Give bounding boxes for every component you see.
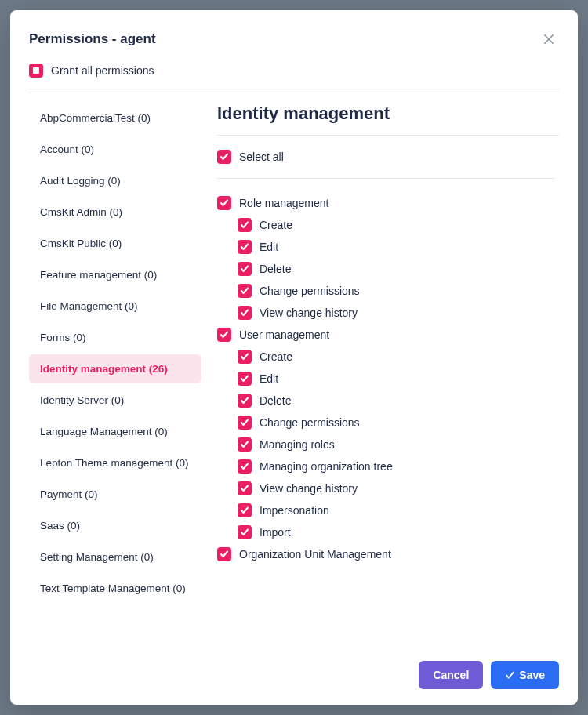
sidebar-item[interactable]: Identity management (26) xyxy=(29,354,201,383)
check-icon xyxy=(240,286,249,296)
sidebar-item[interactable]: Identity Server (0) xyxy=(29,386,201,415)
sidebar-item[interactable]: CmsKit Admin (0) xyxy=(29,198,201,227)
permission-checkbox[interactable] xyxy=(238,416,252,430)
check-icon xyxy=(240,418,249,427)
sidebar-item[interactable]: AbpCommercialTest (0) xyxy=(29,103,201,132)
permission-group-checkbox[interactable] xyxy=(217,547,231,561)
check-icon xyxy=(240,352,249,361)
permission-group-label: User management xyxy=(239,328,329,341)
permission-item: View change history xyxy=(238,481,554,495)
check-icon xyxy=(240,264,249,274)
cancel-button[interactable]: Cancel xyxy=(419,661,483,689)
permission-label: Managing organization tree xyxy=(260,460,393,473)
check-icon xyxy=(220,550,229,559)
check-icon xyxy=(240,308,249,318)
permission-checkbox[interactable] xyxy=(238,481,252,495)
sidebar-item[interactable]: Payment (0) xyxy=(29,480,201,509)
permission-item: Delete xyxy=(238,262,554,276)
permission-group-header: Role management xyxy=(217,196,554,210)
permission-label: Import xyxy=(260,526,291,539)
check-icon xyxy=(240,396,249,405)
permission-group-header: Organization Unit Management xyxy=(217,547,554,561)
permission-item: Create xyxy=(238,218,554,232)
check-icon xyxy=(240,220,249,230)
check-icon xyxy=(240,506,249,515)
cancel-label: Cancel xyxy=(433,669,469,681)
permission-item: Managing organization tree xyxy=(238,459,554,474)
sidebar-item[interactable]: Forms (0) xyxy=(29,323,201,352)
permission-label: View change history xyxy=(260,482,358,495)
permission-checkbox[interactable] xyxy=(238,350,252,364)
check-icon xyxy=(240,462,249,471)
permission-label: Edit xyxy=(260,372,278,385)
modal-header: Permissions - agent xyxy=(29,29,559,64)
sidebar-item[interactable]: Feature management (0) xyxy=(29,260,201,289)
permission-label: Create xyxy=(260,350,292,363)
permission-item: Delete xyxy=(238,394,554,408)
permission-label: View change history xyxy=(260,307,358,319)
permission-item: Change permissions xyxy=(238,284,554,298)
permission-item: Edit xyxy=(238,372,554,386)
check-icon xyxy=(505,670,515,681)
permission-item: Import xyxy=(238,525,554,539)
permission-checkbox[interactable] xyxy=(238,306,252,320)
permission-group-checkbox[interactable] xyxy=(217,328,231,342)
category-sidebar: AbpCommercialTest (0)Account (0)Audit Lo… xyxy=(29,103,201,637)
permission-checkbox[interactable] xyxy=(238,240,252,254)
permission-group: Organization Unit Management xyxy=(217,547,554,561)
permission-label: Change permissions xyxy=(260,285,360,297)
sidebar-item[interactable]: Lepton Theme management (0) xyxy=(29,448,201,477)
permission-item: Edit xyxy=(238,240,554,254)
sidebar-item[interactable]: File Management (0) xyxy=(29,292,201,321)
permission-label: Delete xyxy=(260,394,291,407)
permission-item: Create xyxy=(238,350,554,364)
permission-children: CreateEditDeleteChange permissionsView c… xyxy=(238,218,554,320)
permission-item: Impersonation xyxy=(238,503,554,517)
check-icon xyxy=(240,528,249,537)
permission-checkbox[interactable] xyxy=(238,262,252,276)
check-icon xyxy=(240,242,249,252)
sidebar-item[interactable]: Text Template Management (0) xyxy=(29,574,201,603)
check-icon xyxy=(220,198,229,208)
check-icon xyxy=(220,152,229,162)
permission-checkbox[interactable] xyxy=(238,394,252,408)
sidebar-item[interactable]: Saas (0) xyxy=(29,511,201,540)
permission-children: CreateEditDeleteChange permissionsManagi… xyxy=(238,350,554,539)
permission-checkbox[interactable] xyxy=(238,284,252,298)
permission-checkbox[interactable] xyxy=(238,437,252,452)
check-icon xyxy=(240,374,249,383)
check-icon xyxy=(240,484,249,493)
permission-group: Role managementCreateEditDeleteChange pe… xyxy=(217,196,554,320)
sidebar-item[interactable]: Language Management (0) xyxy=(29,417,201,446)
sidebar-item[interactable]: Setting Management (0) xyxy=(29,543,201,572)
grant-all-row: Grant all permissions xyxy=(29,64,559,89)
permissions-scroll[interactable]: Select all Role managementCreateEditDele… xyxy=(217,150,559,637)
permission-label: Change permissions xyxy=(260,416,360,429)
permission-group-label: Organization Unit Management xyxy=(239,548,391,561)
permission-checkbox[interactable] xyxy=(238,459,252,474)
select-all-checkbox[interactable] xyxy=(217,150,231,164)
permission-checkbox[interactable] xyxy=(238,372,252,386)
permission-label: Edit xyxy=(260,241,278,253)
section-title: Identity management xyxy=(217,103,559,136)
permission-checkbox[interactable] xyxy=(238,525,252,539)
close-icon xyxy=(542,32,556,46)
permission-checkbox[interactable] xyxy=(238,218,252,232)
save-button[interactable]: Save xyxy=(491,661,559,689)
permission-label: Managing roles xyxy=(260,438,335,451)
permission-group: User managementCreateEditDeleteChange pe… xyxy=(217,328,554,539)
modal-title: Permissions - agent xyxy=(29,31,156,47)
check-icon xyxy=(220,330,229,339)
permission-checkbox[interactable] xyxy=(238,503,252,517)
sidebar-item[interactable]: Account (0) xyxy=(29,135,201,164)
sidebar-item[interactable]: CmsKit Public (0) xyxy=(29,229,201,258)
permission-group-checkbox[interactable] xyxy=(217,196,231,210)
modal-body: AbpCommercialTest (0)Account (0)Audit Lo… xyxy=(29,103,559,637)
permission-label: Impersonation xyxy=(260,504,329,517)
grant-all-checkbox[interactable] xyxy=(29,64,43,78)
permission-label: Create xyxy=(260,219,292,231)
close-button[interactable] xyxy=(539,29,559,49)
grant-all-label: Grant all permissions xyxy=(51,64,154,77)
check-icon xyxy=(240,440,249,449)
sidebar-item[interactable]: Audit Logging (0) xyxy=(29,166,201,195)
